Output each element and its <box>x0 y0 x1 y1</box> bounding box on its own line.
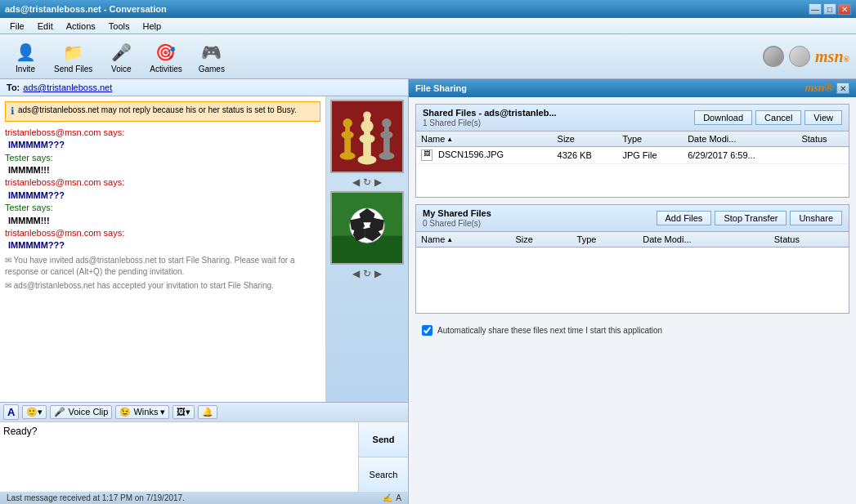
avatar-prev-1[interactable]: ◀ <box>352 176 360 188</box>
chat-main-area: ℹ ads@tristanleboss.net may not reply be… <box>0 96 408 402</box>
avatar-next-2[interactable]: ▶ <box>374 268 382 279</box>
my-col-type: Type <box>572 232 639 248</box>
my-col-date: Date Modi... <box>638 232 769 248</box>
msg-text-2: IMMMM!!! <box>8 164 320 176</box>
warning-bar: ℹ ads@tristanleboss.net may not reply be… <box>5 101 320 122</box>
shared-files-thead: Name ▲ Size Type Date Modi... Status <box>416 132 849 147</box>
send-search-column: Send Search <box>358 422 408 492</box>
svg-point-5 <box>343 118 352 127</box>
stop-transfer-button[interactable]: Stop Transfer <box>715 211 787 225</box>
chat-panel: To: ads@tristanleboss.net ℹ ads@tristanl… <box>0 79 409 504</box>
my-shared-files-table: Name ▲ Size Type Date Modi... Status <box>416 232 849 248</box>
send-files-icon: 📁 <box>61 40 86 65</box>
col-status: Status <box>796 132 849 147</box>
games-button[interactable]: 🎮 Games <box>192 37 231 77</box>
col-date: Date Modi... <box>683 132 796 147</box>
window-controls: — □ ✕ <box>809 3 851 15</box>
status-bar: Last message received at 1:17 PM on 7/19… <box>0 492 408 504</box>
my-col-name: Name ▲ <box>416 232 510 248</box>
to-label: To: <box>7 83 20 92</box>
svg-rect-14 <box>383 136 390 156</box>
my-shared-files-thead: Name ▲ Size Type Date Modi... Status <box>416 232 849 248</box>
msn-logo: msn® <box>815 47 849 66</box>
msg-name-3: tristanleboss@msn.com says: <box>5 177 124 187</box>
avatar-image-2 <box>330 191 404 265</box>
auto-share-label: Automatically share these files next tim… <box>437 326 662 335</box>
chat-messages: ℹ ads@tristanleboss.net may not reply be… <box>0 96 326 402</box>
minimize-button[interactable]: — <box>809 3 822 15</box>
msg-text-1: IMMMMM??? <box>8 139 320 151</box>
info-icon: ℹ <box>11 105 15 118</box>
auto-share-checkbox[interactable] <box>422 325 432 336</box>
shared-file-row-1[interactable]: 🖼 DSCN1596.JPG 4326 KB JPG File 6/29/201… <box>416 147 849 164</box>
voice-button[interactable]: 🎤 Voice <box>102 37 140 77</box>
window-title: ads@tristanleboss.net - Conversation <box>5 4 167 14</box>
my-shared-files-empty-space <box>416 248 849 313</box>
games-icon: 🎮 <box>199 40 224 65</box>
system-msg-2: ✉ ads@tristanleboss.net has accepted you… <box>5 280 320 292</box>
invite-button[interactable]: 👤 Invite <box>7 37 44 77</box>
fs-close-button[interactable]: ✕ <box>836 83 849 94</box>
svg-point-17 <box>382 118 391 127</box>
font-button[interactable]: A <box>3 404 19 420</box>
invite-icon: 👤 <box>13 40 38 65</box>
download-button[interactable]: Download <box>694 110 752 125</box>
voice-clip-button[interactable]: 🎤 Voice Clip <box>50 405 112 419</box>
file-type-1: JPG File <box>617 147 683 164</box>
menu-actions[interactable]: Actions <box>60 20 102 33</box>
nudge-button[interactable] <box>789 46 810 67</box>
menu-file[interactable]: File <box>3 20 31 33</box>
menu-tools[interactable]: Tools <box>102 20 137 33</box>
recipient-address[interactable]: ads@tristanleboss.net <box>23 83 112 92</box>
file-status-1 <box>796 147 849 164</box>
my-shared-files-title-group: My Shared Files 0 Shared File(s) <box>423 208 491 228</box>
svg-rect-2 <box>344 136 351 156</box>
message-1: tristanleboss@msn.com says: IMMMMM??? <box>5 127 320 152</box>
menu-edit[interactable]: Edit <box>31 20 60 33</box>
block-button[interactable] <box>763 46 784 67</box>
emoji-button[interactable]: 🙂▾ <box>22 405 47 419</box>
avatar-next-1[interactable]: ▶ <box>374 176 382 188</box>
activities-button[interactable]: 🎯 Activities <box>143 37 188 77</box>
nudge-icon-button[interactable]: 🔔 <box>198 405 217 419</box>
message-3: tristanleboss@msn.com says: IMMMMM??? <box>5 176 320 202</box>
message-input[interactable]: Ready? <box>0 422 358 492</box>
search-button[interactable]: Search <box>359 457 408 492</box>
col-size: Size <box>553 132 618 147</box>
send-files-button[interactable]: 📁 Send Files <box>47 37 99 77</box>
close-button[interactable]: ✕ <box>838 3 851 15</box>
picture-button[interactable]: 🖼▾ <box>173 405 195 419</box>
auto-share-bar: Automatically share these files next tim… <box>415 320 849 341</box>
msg-name-2: Tester says: <box>5 153 53 163</box>
add-files-button[interactable]: Add Files <box>657 211 712 225</box>
system-msg-1: ✉ You have invited ads@tristanleboss.net… <box>5 255 320 278</box>
message-4: Tester says: IMMMM!!! <box>5 202 320 227</box>
input-toolbar: A 🙂▾ 🎤 Voice Clip 😉 Winks ▾ 🖼▾ 🔔 <box>0 403 408 422</box>
wink-button[interactable]: 😉 Winks ▾ <box>115 405 169 419</box>
unshare-button[interactable]: Unshare <box>790 211 842 225</box>
menu-help[interactable]: Help <box>136 20 168 33</box>
shared-files-section: Shared Files - ads@tristanleb... 1 Share… <box>415 104 849 198</box>
my-shared-files-title: My Shared Files <box>423 208 491 218</box>
my-shared-files-buttons: Add Files Stop Transfer Unshare <box>657 211 842 225</box>
send-button[interactable]: Send <box>359 422 408 457</box>
avatar-refresh-1[interactable]: ↻ <box>363 176 371 188</box>
cancel-button[interactable]: Cancel <box>755 110 801 125</box>
msg-name-4: Tester says: <box>5 203 53 212</box>
shared-files-empty-space <box>416 164 849 197</box>
font-status-icon: A <box>396 493 401 502</box>
avatar-prev-2[interactable]: ◀ <box>352 268 360 279</box>
shared-files-table: Name ▲ Size Type Date Modi... Status <box>416 132 849 164</box>
my-shared-files-count: 0 Shared File(s) <box>423 219 481 228</box>
shared-files-title: Shared Files - ads@tristanleb... <box>423 108 557 118</box>
msg-text-4: IMMMM!!! <box>8 215 320 227</box>
maximize-button[interactable]: □ <box>823 3 836 15</box>
input-area: A 🙂▾ 🎤 Voice Clip 😉 Winks ▾ 🖼▾ 🔔 Ready? … <box>0 402 408 492</box>
fs-title: File Sharing <box>415 83 467 93</box>
my-col-size: Size <box>510 232 571 248</box>
avatar-refresh-2[interactable]: ↻ <box>363 268 371 279</box>
view-button[interactable]: View <box>804 110 842 125</box>
my-shared-files-header-row: Name ▲ Size Type Date Modi... Status <box>416 232 849 248</box>
fs-content: Shared Files - ads@tristanleb... 1 Share… <box>409 97 856 504</box>
status-icons: ✍ A <box>383 493 401 502</box>
